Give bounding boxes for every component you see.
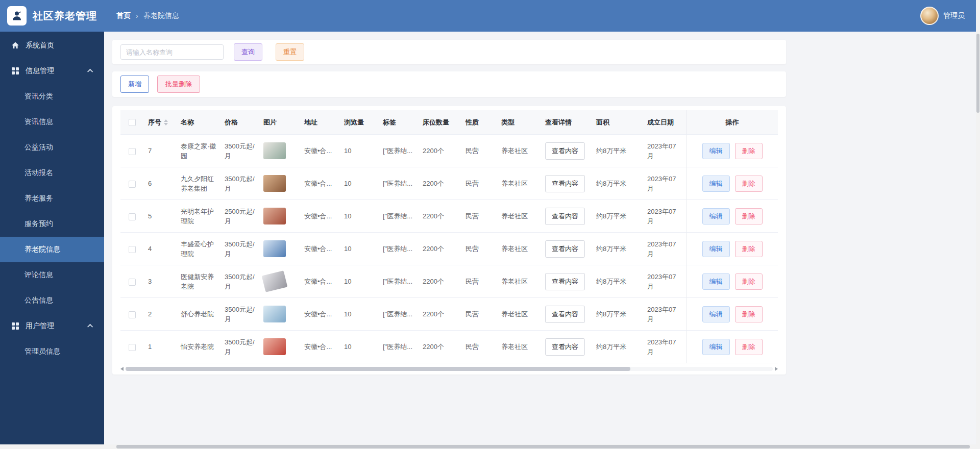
cell-nature: 民营 (461, 200, 497, 233)
cell-beds: 2200个 (419, 200, 461, 233)
cell-nature: 民营 (461, 265, 497, 298)
view-content-button[interactable]: 查看内容 (545, 306, 585, 323)
column-header-views: 浏览量 (340, 110, 379, 135)
sidebar-item-charity-activity[interactable]: 公益活动 (0, 135, 104, 160)
cell-beds: 2200个 (419, 167, 461, 200)
delete-button[interactable]: 删除 (735, 176, 763, 192)
sidebar-item-nursing-home-info[interactable]: 养老院信息 (0, 237, 104, 262)
view-content-button[interactable]: 查看内容 (545, 208, 585, 225)
cell-seq: 7 (144, 135, 177, 167)
table-row: 6 九久夕阳红养老集团 3500元起/月 安徽•合... 10 ["医养结...… (120, 167, 778, 200)
edit-button[interactable]: 编辑 (702, 143, 730, 159)
cell-tags: ["医养结... (379, 331, 419, 363)
row-checkbox[interactable] (129, 213, 136, 220)
sort-desc-icon[interactable] (164, 123, 168, 126)
row-checkbox[interactable] (129, 246, 136, 253)
sidebar-item-news-info[interactable]: 资讯信息 (0, 109, 104, 135)
query-button[interactable]: 查询 (234, 43, 262, 61)
facility-photo (262, 270, 288, 292)
cell-type: 养老社区 (497, 298, 541, 331)
search-input[interactable] (120, 44, 224, 60)
cell-address: 安徽•合... (300, 331, 340, 363)
cell-type: 养老社区 (497, 331, 541, 363)
row-checkbox[interactable] (129, 181, 136, 188)
scroll-left-arrow-icon[interactable] (120, 367, 124, 371)
nursing-home-table: 序号 名称 价格 图片 地址 浏览量 标签 床位数量 性质 类型 查看详情 面积… (120, 110, 778, 363)
cell-views: 10 (340, 135, 379, 167)
edit-button[interactable]: 编辑 (702, 241, 730, 257)
facility-photo (263, 208, 286, 224)
cell-tags: ["医养结... (379, 233, 419, 265)
view-content-button[interactable]: 查看内容 (545, 240, 585, 258)
add-button[interactable]: 新增 (120, 76, 149, 93)
column-header-founded: 成立日期 (643, 110, 686, 135)
row-checkbox[interactable] (129, 311, 136, 318)
user-block[interactable]: 管理员 (920, 7, 965, 25)
cell-tags: ["医养结... (379, 135, 419, 167)
sidebar-item-admin-info[interactable]: 管理员信息 (0, 339, 104, 364)
grid-icon (11, 322, 19, 330)
edit-button[interactable]: 编辑 (702, 176, 730, 192)
row-checkbox[interactable] (129, 344, 136, 351)
delete-button[interactable]: 删除 (735, 306, 763, 322)
sidebar-group-user-management[interactable]: 用户管理 (0, 313, 104, 339)
delete-button[interactable]: 删除 (735, 339, 763, 355)
delete-button[interactable]: 删除 (735, 208, 763, 224)
breadcrumb: 首页 › 养老院信息 (116, 11, 179, 20)
sidebar-item-comment-info[interactable]: 评论信息 (0, 262, 104, 288)
edit-button[interactable]: 编辑 (702, 306, 730, 322)
sort-carets-icon[interactable] (164, 119, 168, 126)
view-content-button[interactable]: 查看内容 (545, 273, 585, 290)
sidebar-item-home[interactable]: 系统首页 (0, 33, 104, 58)
scrollbar-thumb[interactable] (126, 367, 630, 371)
sidebar-item-service-booking[interactable]: 服务预约 (0, 211, 104, 237)
cell-tags: ["医养结... (379, 200, 419, 233)
scroll-right-arrow-icon[interactable] (775, 367, 778, 371)
sidebar-menu: 系统首页 信息管理 资讯分类 资讯信息 公益活动 活动报名 养老服务 服务预约 … (0, 33, 104, 364)
chevron-up-icon (87, 69, 93, 74)
sidebar-item-notice-info[interactable]: 公告信息 (0, 288, 104, 313)
view-content-button[interactable]: 查看内容 (545, 142, 585, 160)
edit-button[interactable]: 编辑 (702, 273, 730, 290)
page-horizontal-scrollbar[interactable] (0, 444, 980, 449)
facility-photo (263, 142, 286, 159)
edit-button[interactable]: 编辑 (702, 208, 730, 224)
cell-address: 安徽•合... (300, 298, 340, 331)
column-header-actions: 操作 (686, 110, 778, 135)
cell-nature: 民营 (461, 167, 497, 200)
column-header-seq[interactable]: 序号 (144, 110, 177, 135)
horizontal-scrollbar-thumb[interactable] (116, 445, 970, 448)
cell-area: 约8万平米 (592, 135, 643, 167)
cell-beds: 2200个 (419, 331, 461, 363)
cell-seq: 3 (144, 265, 177, 298)
row-checkbox[interactable] (129, 279, 136, 286)
sidebar-item-activity-signup[interactable]: 活动报名 (0, 160, 104, 186)
reset-button[interactable]: 重置 (276, 43, 304, 61)
select-all-checkbox[interactable] (129, 119, 136, 126)
sidebar-item-news-category[interactable]: 资讯分类 (0, 84, 104, 109)
page-vertical-scrollbar[interactable] (976, 0, 980, 449)
user-avatar[interactable] (920, 7, 939, 25)
column-header-name: 名称 (177, 110, 220, 135)
action-toolbar: 新增 批量删除 (112, 71, 786, 97)
view-content-button[interactable]: 查看内容 (545, 175, 585, 192)
grid-icon (11, 67, 19, 75)
cell-beds: 2200个 (419, 265, 461, 298)
delete-button[interactable]: 删除 (735, 143, 763, 159)
cell-views: 10 (340, 298, 379, 331)
row-checkbox[interactable] (129, 148, 136, 155)
delete-button[interactable]: 删除 (735, 273, 763, 290)
vertical-scrollbar-thumb[interactable] (976, 34, 979, 113)
scrollbar-track[interactable] (126, 367, 773, 371)
table-horizontal-scrollbar[interactable] (120, 366, 778, 371)
view-content-button[interactable]: 查看内容 (545, 338, 585, 356)
sort-asc-icon[interactable] (164, 119, 168, 122)
edit-button[interactable]: 编辑 (702, 339, 730, 355)
breadcrumb-home[interactable]: 首页 (116, 11, 131, 20)
table-header-row: 序号 名称 价格 图片 地址 浏览量 标签 床位数量 性质 类型 查看详情 面积… (120, 110, 778, 135)
sidebar-group-info-management[interactable]: 信息管理 (0, 58, 104, 84)
cell-type: 养老社区 (497, 135, 541, 167)
batch-delete-button[interactable]: 批量删除 (157, 76, 200, 93)
sidebar-item-elder-service[interactable]: 养老服务 (0, 186, 104, 211)
delete-button[interactable]: 删除 (735, 241, 763, 257)
